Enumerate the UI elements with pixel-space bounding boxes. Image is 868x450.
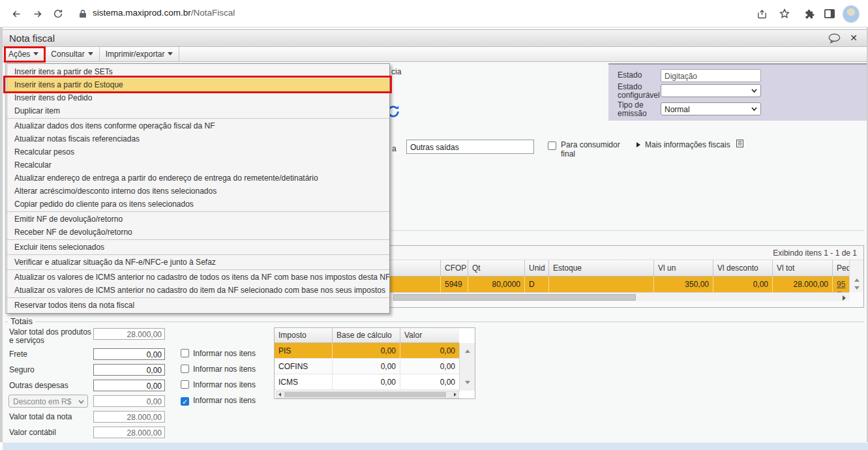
totais-legend: Totais xyxy=(8,316,35,326)
menu-item[interactable]: Excluir itens selecionados xyxy=(7,241,389,254)
bottom-scrollbar[interactable] xyxy=(3,442,868,450)
menu-imprimir-exportar[interactable]: Imprimir/exportar xyxy=(100,47,180,62)
menu-separator xyxy=(7,118,389,119)
menu-item[interactable]: Recalcular pesos xyxy=(7,145,389,158)
outras-despesas-field[interactable]: 0,00 xyxy=(93,380,165,391)
menu-item[interactable]: Copiar pedido do cliente para os itens s… xyxy=(7,198,389,211)
column-header-pedido[interactable]: Pedi xyxy=(833,260,849,277)
tipo-emissao-select[interactable]: Normal xyxy=(661,102,761,115)
chevron-down-icon xyxy=(33,52,38,55)
label-fragment: a xyxy=(392,144,397,153)
menu-item[interactable]: Duplicar item xyxy=(7,104,389,117)
valor-contabil-label: Valor contábil xyxy=(9,428,93,437)
menu-item-highlighted[interactable]: Inserir itens a partir do Estoque xyxy=(7,78,389,91)
outras-despesas-label: Outras despesas xyxy=(9,382,93,390)
forward-icon[interactable] xyxy=(29,5,46,22)
page-title: Nota fiscal xyxy=(9,33,55,44)
scroll-right-icon[interactable] xyxy=(843,295,846,301)
column-header-cfop[interactable]: CFOP xyxy=(441,260,468,277)
natureza-operacao-input[interactable]: Outras saídas xyxy=(406,140,534,154)
menu-item[interactable]: Atualizar endereço de entrega a partir d… xyxy=(7,172,389,185)
column-header-estoque[interactable]: Estoque xyxy=(549,260,654,277)
estado-configuravel-select[interactable] xyxy=(661,84,761,97)
seguro-label: Seguro xyxy=(9,366,93,374)
acoes-dropdown-menu: Inserir itens a partir de SETs Inserir i… xyxy=(5,63,390,314)
items-vertical-scrollbar[interactable] xyxy=(849,260,863,292)
column-header-base[interactable]: Base de cálculo xyxy=(333,328,400,343)
menu-item[interactable]: Atualizar notas fiscais referenciadas xyxy=(7,132,389,145)
cell-qt: 80,0000 xyxy=(468,277,525,292)
frete-informar-checkbox[interactable]: Informar nos itens xyxy=(181,349,256,358)
scroll-down-icon[interactable] xyxy=(854,286,860,290)
menu-item[interactable]: Atualizar os valores de ICMS anterior no… xyxy=(7,271,389,284)
scrollbar-thumb[interactable] xyxy=(284,392,446,397)
profile-avatar[interactable] xyxy=(843,5,860,22)
column-header-valor[interactable]: Valor xyxy=(400,328,459,343)
menu-item[interactable]: Alterar acréscimo/desconto interno dos i… xyxy=(7,185,389,198)
consumidor-final-checkbox[interactable] xyxy=(548,141,556,153)
chevron-down-icon xyxy=(751,89,757,93)
scroll-up-icon[interactable] xyxy=(854,278,860,282)
menu-separator xyxy=(7,211,389,212)
lock-icon[interactable] xyxy=(77,5,89,22)
cell-pedido-link[interactable]: 95 ≡ xyxy=(833,277,849,292)
cell-estoque xyxy=(549,277,654,292)
close-icon[interactable]: ✕ xyxy=(850,33,858,43)
comment-icon[interactable] xyxy=(828,33,841,46)
imposto-row-cofins[interactable]: COFINS 0,00 0,00 xyxy=(275,359,459,374)
scroll-up-icon[interactable] xyxy=(465,350,470,353)
browser-toolbar: sistema.maxiprod.com.br/NotaFiscal xyxy=(0,0,868,27)
url-bar[interactable]: sistema.maxiprod.com.br/NotaFiscal xyxy=(93,8,235,18)
desconto-field: 0,00 xyxy=(93,395,165,407)
column-header-imposto[interactable]: Imposto xyxy=(275,328,333,343)
scroll-left-icon[interactable] xyxy=(278,393,281,397)
column-header-qt[interactable]: Qt xyxy=(468,260,525,277)
menu-item[interactable]: Receber NF de devolução/retorno xyxy=(7,226,389,239)
menu-item[interactable]: Recalcular xyxy=(7,158,389,172)
mais-informacoes-link[interactable]: Mais informações fiscais xyxy=(636,140,743,149)
cell-vl-un: 350,00 xyxy=(654,277,713,292)
reload-icon[interactable] xyxy=(50,5,67,22)
column-header-vl-tot[interactable]: Vl tot xyxy=(773,260,833,277)
imposto-row-pis[interactable]: PIS 0,00 0,00 xyxy=(275,343,459,359)
menu-item[interactable]: Reservar todos itens da nota fiscal xyxy=(7,299,389,312)
seguro-informar-checkbox[interactable]: Informar nos itens xyxy=(181,365,256,374)
menu-item[interactable]: Inserir itens do Pedido xyxy=(7,91,389,104)
label-fragment: cia xyxy=(391,67,401,76)
back-icon[interactable] xyxy=(8,5,25,22)
side-panel-icon[interactable] xyxy=(821,5,838,22)
menu-item[interactable]: Emitir NF de devolução/retorno xyxy=(7,213,389,226)
scroll-right-icon[interactable] xyxy=(454,393,456,397)
chevron-down-icon xyxy=(88,52,93,55)
bookmark-star-icon[interactable] xyxy=(776,5,793,22)
impostos-horizontal-scrollbar[interactable] xyxy=(276,391,459,398)
scrollbar-thumb[interactable] xyxy=(393,294,636,301)
cell-vl-desconto: 0,00 xyxy=(713,277,773,292)
scroll-down-icon[interactable] xyxy=(465,381,470,384)
cell-vl-tot: 28.000,00 xyxy=(773,277,833,292)
extensions-icon[interactable] xyxy=(801,5,818,22)
column-header-unid[interactable]: Unid xyxy=(525,260,549,277)
column-header-vl-desconto[interactable]: Vl desconto xyxy=(713,260,773,277)
menu-item[interactable]: Inserir itens a partir de SETs xyxy=(7,65,389,78)
imposto-row-icms[interactable]: ICMS 0,00 0,00 xyxy=(275,374,459,390)
menu-item[interactable]: Verificar e atualizar situação da NF-e/N… xyxy=(7,256,389,269)
url-domain: sistema.maxiprod.com.br xyxy=(93,8,191,18)
menu-consultar[interactable]: Consultar xyxy=(45,47,99,62)
chevron-down-icon xyxy=(168,52,173,55)
impostos-vertical-scrollbar[interactable] xyxy=(459,343,475,391)
totais-fieldset-border xyxy=(5,322,864,322)
outras-informar-checkbox[interactable]: Informar nos itens xyxy=(181,380,256,389)
valor-produtos-label: Valor total dos produtos e serviços xyxy=(9,328,93,345)
desconto-informar-checkbox[interactable]: ✓Informar nos itens xyxy=(181,396,256,406)
menu-acoes[interactable]: Ações xyxy=(3,47,45,62)
share-icon[interactable] xyxy=(753,5,770,22)
frete-field[interactable]: 0,00 xyxy=(93,348,165,360)
desconto-select[interactable]: Desconto em R$ xyxy=(8,395,88,408)
menu-item[interactable]: Atualizar dados dos itens conforme opera… xyxy=(7,119,389,132)
estado-label: Estado xyxy=(618,71,661,80)
menu-item[interactable]: Atualizar os valores de ICMS anterior no… xyxy=(7,284,389,297)
seguro-field[interactable]: 0,00 xyxy=(93,364,165,376)
impostos-table: Imposto Base de cálculo Valor PIS 0,00 0… xyxy=(274,327,475,399)
column-header-vl-un[interactable]: Vl un xyxy=(654,260,713,277)
